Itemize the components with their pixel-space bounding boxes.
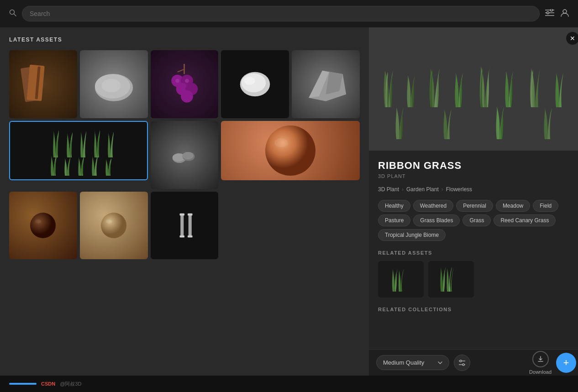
- download-button[interactable]: Download: [529, 351, 552, 375]
- breadcrumb-sep-1: ›: [441, 186, 443, 193]
- quality-selector[interactable]: Low Quality Medium Quality High Quality: [376, 355, 449, 370]
- download-icon: [532, 351, 549, 367]
- svg-point-36: [35, 220, 42, 224]
- header-icons: [545, 9, 569, 19]
- asset-item-books[interactable]: [9, 50, 77, 118]
- svg-point-34: [274, 138, 288, 147]
- download-label: Download: [529, 369, 552, 375]
- svg-point-22: [185, 78, 189, 83]
- preview-bg: [369, 27, 578, 151]
- quality-select-input[interactable]: Low Quality Medium Quality High Quality: [383, 359, 434, 366]
- related-asset-0[interactable]: [378, 261, 424, 298]
- svg-point-32: [182, 152, 193, 160]
- footer-logo: CSDN: [41, 381, 55, 387]
- footer-username: @阿叔3D: [60, 381, 81, 387]
- svg-point-20: [181, 90, 194, 103]
- asset-item-sphere-tan[interactable]: [80, 192, 148, 260]
- asset-item-rock1[interactable]: [80, 50, 148, 118]
- right-panel: ✕ RIBBON GRASS 3D PLANT 3D Plant › Garde…: [369, 27, 578, 376]
- asset-item-column[interactable]: [151, 192, 219, 260]
- left-panel: LATEST ASSETS: [0, 27, 369, 376]
- tag-tropical-jungle[interactable]: Tropical Jungle Biome: [378, 229, 446, 241]
- tag-grass-blades[interactable]: Grass Blades: [413, 214, 460, 226]
- related-asset-1[interactable]: [428, 261, 474, 298]
- tag-pasture[interactable]: Pasture: [378, 214, 410, 226]
- svg-line-15: [178, 69, 184, 72]
- breadcrumb-sep-0: ›: [402, 186, 404, 193]
- tag-reed-canary-grass[interactable]: Reed Canary Grass: [494, 214, 556, 226]
- svg-rect-40: [189, 214, 192, 238]
- svg-rect-43: [179, 235, 184, 237]
- svg-rect-41: [179, 214, 184, 215]
- svg-rect-42: [188, 214, 193, 215]
- svg-point-38: [106, 220, 112, 224]
- asset-item-rock2[interactable]: [292, 50, 360, 118]
- svg-point-13: [101, 78, 121, 92]
- tag-meadow[interactable]: Meadow: [496, 200, 530, 212]
- breadcrumb-item-0[interactable]: 3D Plant: [378, 186, 399, 193]
- asset-item-blob[interactable]: [221, 50, 289, 118]
- tag-healthy[interactable]: Healthy: [378, 200, 410, 212]
- search-input[interactable]: [22, 6, 540, 21]
- close-button[interactable]: ✕: [566, 32, 578, 45]
- main-content: LATEST ASSETS: [0, 27, 578, 376]
- svg-point-54: [460, 360, 462, 362]
- asset-item-rocks3[interactable]: [151, 121, 219, 189]
- search-icon: [9, 9, 16, 18]
- tag-perennial[interactable]: Perennial: [456, 200, 493, 212]
- svg-point-6: [547, 11, 549, 14]
- asset-item-sphere-brown[interactable]: [9, 192, 77, 260]
- add-button[interactable]: +: [556, 353, 576, 373]
- svg-rect-44: [188, 235, 193, 237]
- svg-point-55: [462, 364, 464, 366]
- breadcrumb-item-2[interactable]: Flowerless: [446, 186, 472, 193]
- chevron-down-icon: [438, 361, 442, 364]
- breadcrumb: 3D Plant › Garden Plant › Flowerless: [378, 186, 574, 193]
- related-assets-title: RELATED ASSETS: [378, 250, 574, 256]
- asset-type: 3D PLANT: [378, 173, 574, 179]
- asset-item-grapes[interactable]: [151, 50, 219, 118]
- tag-field[interactable]: Field: [533, 200, 558, 212]
- tag-grass[interactable]: Grass: [462, 214, 491, 226]
- asset-name: RIBBON GRASS: [378, 160, 574, 172]
- svg-point-35: [30, 213, 56, 238]
- sliders-icon: [458, 359, 466, 366]
- svg-point-25: [244, 77, 255, 85]
- breadcrumb-item-1[interactable]: Garden Plant: [406, 186, 439, 193]
- tag-weathered[interactable]: Weathered: [413, 200, 453, 212]
- footer-bar: CSDN @阿叔3D: [0, 376, 578, 392]
- filter-icon[interactable]: [545, 9, 554, 19]
- svg-point-33: [265, 125, 315, 176]
- related-assets-row: [378, 261, 574, 298]
- tags-container: Healthy Weathered Perennial Meadow Field…: [378, 200, 574, 241]
- asset-info: RIBBON GRASS 3D PLANT 3D Plant › Garden …: [369, 151, 578, 349]
- asset-preview: ✕: [369, 27, 578, 151]
- footer-progress: [9, 383, 37, 385]
- header: [0, 0, 578, 27]
- related-collections-title: RELATED COLLECTIONS: [378, 307, 574, 312]
- settings-button[interactable]: [454, 355, 470, 371]
- svg-point-7: [563, 10, 567, 13]
- svg-point-37: [101, 213, 126, 238]
- svg-point-21: [176, 78, 180, 83]
- user-icon[interactable]: [561, 9, 569, 19]
- asset-item-ribbon-grass[interactable]: [9, 121, 148, 180]
- asset-item-sphere-orange[interactable]: [221, 121, 360, 180]
- section-title: LATEST ASSETS: [9, 37, 360, 43]
- asset-grid: [9, 50, 360, 259]
- svg-point-5: [551, 9, 553, 11]
- bottom-bar: Low Quality Medium Quality High Quality: [369, 349, 578, 376]
- svg-rect-39: [180, 214, 184, 238]
- svg-line-1: [14, 14, 16, 16]
